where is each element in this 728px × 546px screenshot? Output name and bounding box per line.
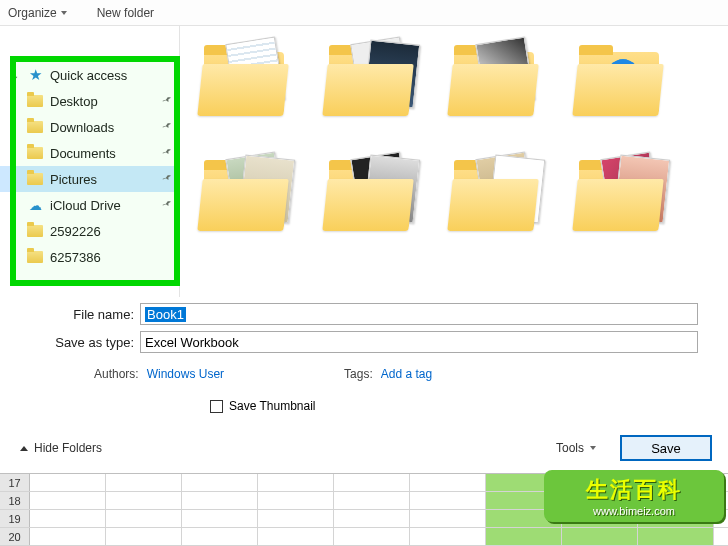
nav-quick-access[interactable]: ⌄ ★ Quick access bbox=[0, 62, 179, 88]
nav-item-folder-a[interactable]: 2592226 bbox=[0, 218, 179, 244]
nav-item-label: 2592226 bbox=[50, 224, 101, 239]
caret-down-icon bbox=[61, 11, 67, 15]
row-header[interactable]: 19 bbox=[0, 510, 30, 527]
save-thumbnail-label: Save Thumbnail bbox=[229, 399, 316, 413]
hide-folders-toggle[interactable]: Hide Folders bbox=[16, 441, 102, 455]
folder-thumbnail[interactable] bbox=[573, 44, 668, 119]
watermark-title: 生活百科 bbox=[586, 475, 682, 505]
caret-down-icon bbox=[590, 446, 596, 450]
organize-label: Organize bbox=[8, 6, 57, 20]
row-header[interactable]: 17 bbox=[0, 474, 30, 491]
pin-icon bbox=[161, 198, 175, 212]
pin-icon bbox=[161, 94, 175, 108]
new-folder-button[interactable]: New folder bbox=[97, 6, 154, 20]
nav-item-downloads[interactable]: Downloads bbox=[0, 114, 179, 140]
file-name-input[interactable]: Book1 bbox=[140, 303, 698, 325]
row-header[interactable]: 18 bbox=[0, 492, 30, 509]
navigation-pane: ⌄ ★ Quick access Desktop Downloads bbox=[0, 26, 180, 297]
nav-item-label: Documents bbox=[50, 146, 116, 161]
new-folder-label: New folder bbox=[97, 6, 154, 20]
folder-thumbnail[interactable] bbox=[448, 159, 543, 234]
authors-label: Authors: bbox=[94, 367, 139, 381]
nav-item-iclouddrive[interactable]: ☁ iCloud Drive bbox=[0, 192, 179, 218]
watermark-badge: 生活百科 www.bimeiz.com bbox=[544, 470, 724, 522]
tags-value[interactable]: Add a tag bbox=[381, 367, 432, 381]
star-icon: ★ bbox=[26, 66, 44, 84]
save-type-dropdown[interactable]: Excel Workbook bbox=[140, 331, 698, 353]
folder-thumbnail[interactable] bbox=[573, 159, 668, 234]
dialog-button-row: Hide Folders Tools Save bbox=[0, 427, 728, 473]
nav-item-label: Downloads bbox=[50, 120, 114, 135]
checkbox-icon[interactable] bbox=[210, 400, 223, 413]
sheet-row[interactable]: 20 bbox=[0, 528, 728, 546]
nav-item-label: Desktop bbox=[50, 94, 98, 109]
watermark-url: www.bimeiz.com bbox=[593, 505, 675, 517]
folder-icon bbox=[26, 144, 44, 162]
hide-folders-label: Hide Folders bbox=[34, 441, 102, 455]
folder-icon bbox=[26, 92, 44, 110]
chevron-up-icon bbox=[20, 446, 28, 451]
pin-icon bbox=[161, 172, 175, 186]
nav-item-folder-b[interactable]: 6257386 bbox=[0, 244, 179, 270]
main-area: ⌄ ★ Quick access Desktop Downloads bbox=[0, 26, 728, 297]
tools-label: Tools bbox=[556, 441, 584, 455]
pin-icon bbox=[161, 120, 175, 134]
cloud-icon: ☁ bbox=[26, 196, 44, 214]
expand-icon[interactable]: ⌄ bbox=[10, 70, 20, 81]
dialog-toolbar: Organize New folder bbox=[0, 0, 728, 26]
folder-thumbnail[interactable] bbox=[323, 159, 418, 234]
save-button-label: Save bbox=[651, 441, 681, 456]
nav-item-label: 6257386 bbox=[50, 250, 101, 265]
folder-icon bbox=[26, 222, 44, 240]
nav-root-label: Quick access bbox=[50, 68, 127, 83]
pin-icon bbox=[161, 146, 175, 160]
save-form: File name: Book1 Save as type: Excel Wor… bbox=[0, 297, 728, 427]
save-as-dialog: Organize New folder ⌄ ★ Quick access Des… bbox=[0, 0, 728, 546]
save-button[interactable]: Save bbox=[620, 435, 712, 461]
save-thumbnail-option[interactable]: Save Thumbnail bbox=[210, 399, 698, 413]
tags-label: Tags: bbox=[344, 367, 373, 381]
folder-thumbnail[interactable] bbox=[448, 44, 543, 119]
organize-menu[interactable]: Organize bbox=[8, 6, 67, 20]
tools-menu[interactable]: Tools bbox=[556, 441, 596, 455]
save-type-value: Excel Workbook bbox=[145, 335, 239, 350]
authors-value[interactable]: Windows User bbox=[147, 367, 224, 381]
nav-item-pictures[interactable]: Pictures bbox=[0, 166, 179, 192]
nav-item-desktop[interactable]: Desktop bbox=[0, 88, 179, 114]
folder-icon bbox=[26, 248, 44, 266]
row-header[interactable]: 20 bbox=[0, 528, 30, 545]
folder-content[interactable] bbox=[180, 26, 728, 297]
folder-thumbnail[interactable] bbox=[198, 159, 293, 234]
nav-item-label: iCloud Drive bbox=[50, 198, 121, 213]
folder-thumbnail[interactable] bbox=[198, 44, 293, 119]
folder-icon bbox=[26, 170, 44, 188]
file-name-label: File name: bbox=[30, 307, 140, 322]
folder-icon bbox=[26, 118, 44, 136]
file-name-value: Book1 bbox=[145, 307, 186, 322]
nav-item-label: Pictures bbox=[50, 172, 97, 187]
folder-thumbnail[interactable] bbox=[323, 44, 418, 119]
nav-item-documents[interactable]: Documents bbox=[0, 140, 179, 166]
save-type-label: Save as type: bbox=[30, 335, 140, 350]
